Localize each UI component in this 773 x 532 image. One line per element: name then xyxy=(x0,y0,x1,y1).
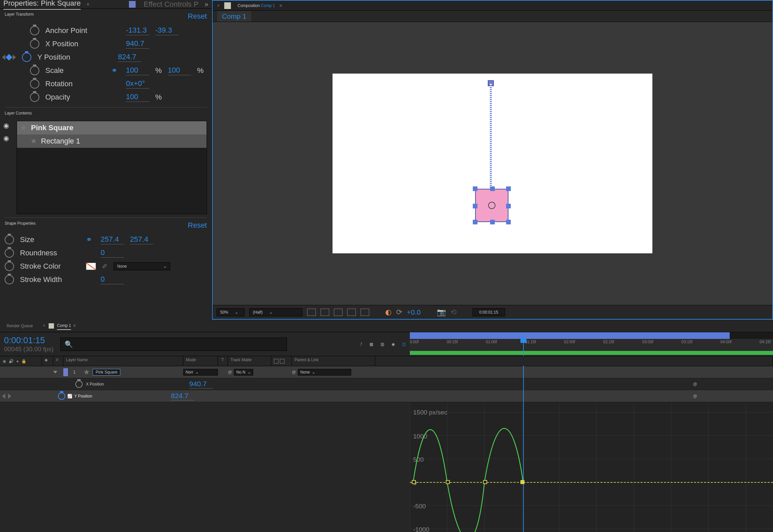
link-icon[interactable]: ⚭ xyxy=(86,235,95,244)
stopwatch-icon[interactable] xyxy=(22,53,31,62)
rotation-value[interactable]: 0x+0° xyxy=(126,79,149,89)
layer-label-color[interactable] xyxy=(63,368,68,376)
stopwatch-icon[interactable] xyxy=(30,66,39,75)
frame-blend-icon[interactable]: ▦ xyxy=(370,342,373,347)
resolution-dropdown[interactable]: (Half)⌄ xyxy=(249,308,303,316)
stopwatch-icon[interactable] xyxy=(30,79,39,89)
anchor-y-value[interactable]: -39.3 xyxy=(155,26,178,35)
resize-handle[interactable] xyxy=(473,186,477,191)
scale-y-value[interactable]: 100 xyxy=(168,66,191,75)
resize-handle[interactable] xyxy=(506,204,511,208)
time-ruler[interactable]: 0:00f00:15f01:00f01:15f02:00f02:15f03:00… xyxy=(410,332,773,356)
resize-handle[interactable] xyxy=(490,186,495,191)
pickwhip-icon[interactable]: @ xyxy=(292,370,296,375)
prev-keyframe-icon[interactable] xyxy=(2,55,5,60)
twirl-down-icon[interactable] xyxy=(53,371,57,374)
stroke-type-select[interactable]: None⌄ xyxy=(114,262,170,270)
resize-handle[interactable] xyxy=(490,220,495,224)
stopwatch-icon[interactable] xyxy=(5,275,14,284)
parent-select[interactable]: None⌄ xyxy=(298,369,351,376)
content-item-rectangle[interactable]: ★ Rectangle 1 xyxy=(17,134,207,148)
pickwhip-icon[interactable]: @ xyxy=(690,382,773,387)
color-mgmt-icon[interactable]: ◐ xyxy=(385,308,391,317)
tab-effect-controls[interactable]: Effect Controls P xyxy=(143,0,199,9)
size-x-value[interactable]: 257.4 xyxy=(101,235,124,244)
keyframe-marker[interactable] xyxy=(520,480,524,484)
tab-properties[interactable]: Properties: Pink Square xyxy=(3,0,81,10)
next-keyframe-icon[interactable] xyxy=(8,394,11,399)
snapshot-icon[interactable]: 📷 xyxy=(437,308,446,317)
next-keyframe-icon[interactable] xyxy=(13,55,16,60)
switches-icon[interactable] xyxy=(274,359,279,364)
resize-handle[interactable] xyxy=(506,186,511,191)
tl-ypos-value[interactable]: 824.7 xyxy=(171,392,194,400)
motion-blur-icon[interactable]: ▥ xyxy=(381,342,384,347)
track-matte-select[interactable]: No N⌄ xyxy=(234,369,253,376)
guides-icon[interactable] xyxy=(361,309,369,316)
scale-x-value[interactable]: 100 xyxy=(126,66,149,75)
solo-switch-icon[interactable]: ● xyxy=(16,359,19,364)
stopwatch-icon[interactable] xyxy=(30,26,39,35)
show-snapshot-icon[interactable]: ⟲ xyxy=(450,308,456,317)
size-y-value[interactable]: 257.4 xyxy=(130,235,153,244)
zoom-dropdown[interactable]: 50%⌄ xyxy=(217,308,245,316)
label-icon[interactable]: ◆ xyxy=(45,358,48,362)
selected-shape[interactable] xyxy=(475,189,508,222)
stroke-color-swatch[interactable] xyxy=(86,263,96,270)
reset-shape-link[interactable]: Reset xyxy=(188,221,207,230)
blend-mode-select[interactable]: Norr⌄ xyxy=(183,369,218,376)
comp-breadcrumb[interactable]: Comp 1 xyxy=(217,11,251,22)
exposure-value[interactable]: +0.0 xyxy=(407,308,420,316)
graph-editor-icon[interactable]: ◉ xyxy=(391,342,395,347)
resize-handle[interactable] xyxy=(473,220,477,224)
composition-viewer[interactable] xyxy=(213,22,772,305)
content-item-pink-square[interactable]: ★ Pink Square xyxy=(17,121,207,134)
keyframe-marker[interactable] xyxy=(483,480,487,484)
graph-toggle-icon[interactable]: ◫ xyxy=(402,342,406,347)
prev-keyframe-icon[interactable] xyxy=(2,394,5,399)
y-position-value[interactable]: 824.7 xyxy=(118,53,141,62)
speed-curve[interactable] xyxy=(410,402,773,532)
resize-handle[interactable] xyxy=(506,220,511,224)
prop-y-position-row[interactable]: Y Position xyxy=(72,394,171,399)
tl-xpos-value[interactable]: 940.7 xyxy=(189,380,213,389)
stopwatch-icon[interactable] xyxy=(75,381,83,388)
stopwatch-icon[interactable] xyxy=(30,39,39,49)
timeline-timecode[interactable]: 0:00:01:15 xyxy=(4,335,54,346)
roundness-value[interactable]: 0 xyxy=(101,248,124,258)
reset-transform-link[interactable]: Reset xyxy=(188,12,207,21)
anchor-x-value[interactable]: -131.3 xyxy=(126,26,149,35)
current-time-indicator[interactable] xyxy=(523,332,524,356)
layer-name-field[interactable]: Pink Square xyxy=(93,369,120,376)
eyedropper-icon[interactable]: ✐ xyxy=(102,262,108,270)
video-switch-icon[interactable]: ◉ xyxy=(3,359,6,364)
visibility-icon[interactable]: ◉ xyxy=(3,134,13,142)
prop-x-position-row[interactable]: X Position xyxy=(83,382,189,387)
add-keyframe-icon[interactable] xyxy=(6,54,12,61)
switches-icon[interactable] xyxy=(280,359,285,364)
anchor-icon[interactable] xyxy=(488,202,495,209)
opacity-value[interactable]: 100 xyxy=(126,93,149,102)
resize-handle[interactable] xyxy=(473,204,477,208)
stopwatch-icon[interactable] xyxy=(5,235,14,244)
graph-type-icon[interactable]: 📈 xyxy=(65,394,72,399)
panel-menu-icon[interactable]: ≡ xyxy=(87,2,89,7)
graph-editor[interactable]: 1500 px/sec 1000 500 0 -500 -1000 -1500 xyxy=(410,402,773,532)
more-tabs-icon[interactable]: » xyxy=(205,0,208,8)
keyframe-marker[interactable] xyxy=(412,480,416,484)
x-position-value[interactable]: 940.7 xyxy=(126,39,149,49)
visibility-icon[interactable]: ◉ xyxy=(3,122,13,130)
pickwhip-icon[interactable]: @ xyxy=(690,394,773,399)
panel-menu-icon[interactable]: ≡ xyxy=(280,3,282,8)
mask-icon[interactable] xyxy=(321,309,329,316)
lock-switch-icon[interactable]: 🔒 xyxy=(21,359,26,364)
pickwhip-icon[interactable]: @ xyxy=(228,370,232,375)
preview-timecode[interactable]: 0:00:01:15 xyxy=(472,308,505,316)
tab-composition[interactable]: Composition Comp 1 xyxy=(238,3,275,8)
channels-icon[interactable] xyxy=(347,309,356,316)
tab-timeline-comp[interactable]: × Comp 1 ≡ xyxy=(43,323,76,329)
stopwatch-icon[interactable] xyxy=(58,393,65,400)
layer-search-input[interactable]: 🔍 xyxy=(60,338,287,351)
transparency-grid-icon[interactable] xyxy=(307,309,316,316)
keyframe-marker[interactable] xyxy=(446,480,450,484)
